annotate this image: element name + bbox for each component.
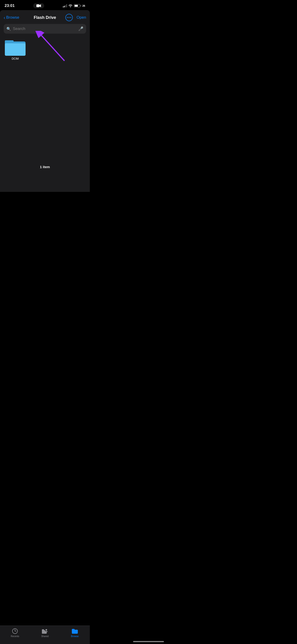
file-grid: DCIM: [0, 37, 90, 62]
back-label: Browse: [6, 15, 19, 20]
wifi-icon: [68, 4, 72, 7]
folder-icon: [5, 39, 26, 56]
svg-rect-0: [36, 4, 39, 7]
signal-bar-4: [66, 4, 67, 7]
microphone-icon[interactable]: 🎤: [78, 26, 83, 31]
more-button[interactable]: [66, 14, 73, 21]
signal-bar-3: [65, 5, 66, 7]
app-container: ‹ Browse Flash Drive Open: [0, 10, 90, 192]
search-icon: 🔍: [6, 27, 11, 31]
signal-bar-2: [64, 6, 65, 7]
folder-item-dcim[interactable]: DCIM: [4, 39, 27, 60]
battery-body: [74, 4, 80, 7]
battery: [74, 4, 81, 7]
open-button[interactable]: Open: [76, 15, 86, 20]
folder-label-dcim: DCIM: [12, 57, 19, 60]
svg-marker-1: [39, 4, 41, 7]
page-title: Flash Drive: [34, 15, 56, 20]
search-input[interactable]: [13, 26, 76, 31]
signal-bar-1: [63, 6, 64, 7]
nav-right: Open: [66, 14, 86, 21]
chevron-left-icon: ‹: [4, 15, 5, 20]
nav-bar: ‹ Browse Flash Drive Open: [0, 10, 90, 24]
three-dots-icon: [67, 17, 71, 18]
battery-fill: [74, 5, 78, 7]
status-bar: 23:01 26: [0, 0, 90, 10]
svg-rect-5: [5, 40, 14, 44]
item-count: 1 item: [0, 165, 90, 169]
signal-bars: [63, 4, 67, 7]
facetime-icon: [36, 4, 41, 7]
status-right: 26: [63, 4, 85, 7]
battery-tip: [80, 5, 81, 6]
folder-svg: [5, 39, 26, 56]
facetime-pill: [33, 3, 44, 8]
back-button[interactable]: ‹ Browse: [4, 15, 19, 20]
search-bar[interactable]: 🔍 🎤: [4, 24, 86, 34]
svg-rect-6: [5, 43, 26, 56]
status-time: 23:01: [4, 4, 14, 8]
battery-text: 26: [82, 4, 85, 7]
